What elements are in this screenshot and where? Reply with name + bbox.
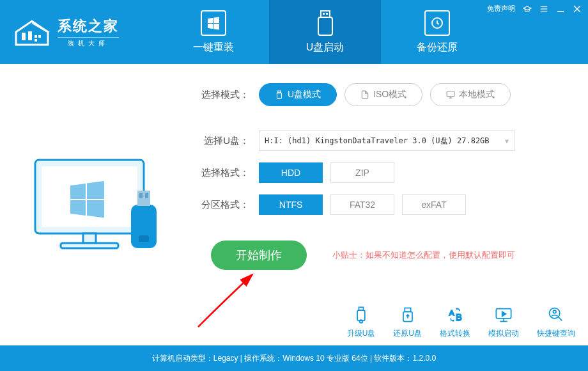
statusbar: 计算机启动类型：Legacy | 操作系统：Windows 10 专业版 64位… xyxy=(0,345,588,371)
mode-local-button[interactable]: 本地模式 xyxy=(430,83,511,106)
svg-rect-14 xyxy=(326,13,328,15)
disclaimer-link[interactable]: 免责声明 xyxy=(487,4,515,13)
tool-simulate-boot[interactable]: 模拟启动 xyxy=(488,305,519,339)
svg-rect-9 xyxy=(38,35,41,38)
svg-rect-25 xyxy=(139,235,149,242)
file-icon xyxy=(360,90,369,99)
logo: 系统之家 装机大师 xyxy=(0,16,119,48)
tabs: 一键重装 U盘启动 备份还原 xyxy=(157,0,493,64)
titlebar: 免责声明 xyxy=(487,4,582,13)
usb-drive-value: H:I: (hd1) KingstonDataTraveler 3.0 (U盘)… xyxy=(265,136,490,146)
minimize-button[interactable] xyxy=(556,4,565,13)
svg-rect-6 xyxy=(22,33,26,40)
svg-rect-7 xyxy=(28,31,32,40)
header: 免责声明 系统之家 装机大师 一键重装 U盘启动 备份还原 xyxy=(0,0,588,64)
partition-ntfs-button[interactable]: NTFS xyxy=(259,194,323,215)
tab-label: U盘启动 xyxy=(306,41,344,54)
graduation-icon[interactable] xyxy=(523,4,532,13)
partition-label: 分区格式： xyxy=(192,199,249,211)
svg-rect-32 xyxy=(357,310,365,320)
svg-rect-23 xyxy=(139,193,143,198)
partition-fat32-button[interactable]: FAT32 xyxy=(330,194,394,215)
annotation-arrow xyxy=(192,263,281,333)
menu-icon[interactable] xyxy=(539,4,548,13)
usb-upgrade-icon xyxy=(352,305,371,324)
mode-btn-label: ISO模式 xyxy=(373,89,406,100)
usb-drive-select[interactable]: H:I: (hd1) KingstonDataTraveler 3.0 (U盘)… xyxy=(259,130,514,151)
partition-exfat-button[interactable]: exFAT xyxy=(402,194,466,215)
svg-rect-13 xyxy=(323,13,325,15)
tool-format-convert[interactable]: AB 格式转换 xyxy=(440,305,470,339)
convert-icon: AB xyxy=(445,305,465,324)
tool-label: 模拟启动 xyxy=(488,328,519,339)
format-row: 选择格式： HDD ZIP xyxy=(192,162,562,183)
start-button[interactable]: 开始制作 xyxy=(211,241,307,270)
tab-label: 备份还原 xyxy=(417,41,458,54)
format-zip-button[interactable]: ZIP xyxy=(330,162,394,183)
mode-btn-label: 本地模式 xyxy=(459,89,495,100)
mode-label: 选择模式： xyxy=(192,89,249,101)
svg-text:B: B xyxy=(456,312,461,322)
statusbar-text: 计算机启动类型：Legacy | 操作系统：Windows 10 专业版 64位… xyxy=(152,353,436,364)
mode-usb-button[interactable]: U盘模式 xyxy=(259,83,337,106)
tab-label: 一键重装 xyxy=(193,41,234,54)
tool-shortcut-query[interactable]: 快捷键查询 xyxy=(537,305,575,339)
svg-point-33 xyxy=(360,320,363,323)
partition-row: 分区格式： NTFS FAT32 exFAT xyxy=(192,194,562,215)
chevron-down-icon: ▼ xyxy=(505,138,509,145)
svg-rect-24 xyxy=(145,193,148,198)
tool-label: 快捷键查询 xyxy=(537,328,575,339)
logo-icon xyxy=(13,16,51,48)
svg-rect-27 xyxy=(277,93,282,99)
logo-subtitle: 装机大师 xyxy=(58,37,119,48)
usb-drive-label: 选择U盘： xyxy=(192,135,249,147)
settings-panel: 选择模式： U盘模式 ISO模式 本地模式 选择U盘： H:I: (hd1) K… xyxy=(192,64,588,345)
usb-boot-icon xyxy=(313,10,338,36)
backup-restore-icon xyxy=(424,10,450,36)
monitor-icon xyxy=(446,90,455,99)
svg-rect-20 xyxy=(61,243,118,248)
tab-reinstall[interactable]: 一键重装 xyxy=(157,0,269,64)
logo-title: 系统之家 xyxy=(58,17,119,36)
svg-line-42 xyxy=(559,317,562,321)
windows-reinstall-icon xyxy=(201,10,226,36)
mode-iso-button[interactable]: ISO模式 xyxy=(344,83,422,106)
usb-icon xyxy=(275,90,284,99)
main-content: 选择模式： U盘模式 ISO模式 本地模式 选择U盘： H:I: (hd1) K… xyxy=(0,64,588,345)
bottom-toolbar: 升级U盘 还原U盘 AB 格式转换 模拟启动 快捷键查询 xyxy=(347,305,575,339)
format-label: 选择格式： xyxy=(192,167,249,179)
tab-usb-boot[interactable]: U盘启动 xyxy=(269,0,381,64)
svg-point-11 xyxy=(217,18,219,19)
search-person-icon xyxy=(546,305,566,324)
tool-upgrade-usb[interactable]: 升级U盘 xyxy=(347,305,376,339)
svg-rect-28 xyxy=(447,91,454,97)
svg-rect-10 xyxy=(35,39,37,42)
monitor-play-icon xyxy=(494,305,513,324)
svg-rect-19 xyxy=(83,233,96,243)
tab-backup[interactable]: 备份还原 xyxy=(381,0,493,64)
format-hdd-button[interactable]: HDD xyxy=(259,162,323,183)
usb-drive-row: 选择U盘： H:I: (hd1) KingstonDataTraveler 3.… xyxy=(192,130,562,151)
illustration xyxy=(0,64,192,345)
tool-restore-usb[interactable]: 还原U盘 xyxy=(393,305,422,339)
tip-text: 小贴士：如果不知道怎么配置，使用默认配置即可 xyxy=(332,249,515,261)
action-row: 开始制作 小贴士：如果不知道怎么配置，使用默认配置即可 xyxy=(211,241,562,270)
svg-text:A: A xyxy=(449,308,454,317)
mode-btn-label: U盘模式 xyxy=(288,89,321,100)
tool-label: 格式转换 xyxy=(440,328,470,339)
svg-rect-15 xyxy=(318,17,332,35)
tool-label: 还原U盘 xyxy=(393,328,422,339)
svg-rect-12 xyxy=(321,11,330,17)
usb-restore-icon xyxy=(398,305,417,324)
close-button[interactable] xyxy=(573,4,582,13)
svg-rect-8 xyxy=(35,35,37,38)
mode-row: 选择模式： U盘模式 ISO模式 本地模式 xyxy=(192,83,562,106)
svg-point-43 xyxy=(553,310,556,313)
tool-label: 升级U盘 xyxy=(347,328,376,339)
